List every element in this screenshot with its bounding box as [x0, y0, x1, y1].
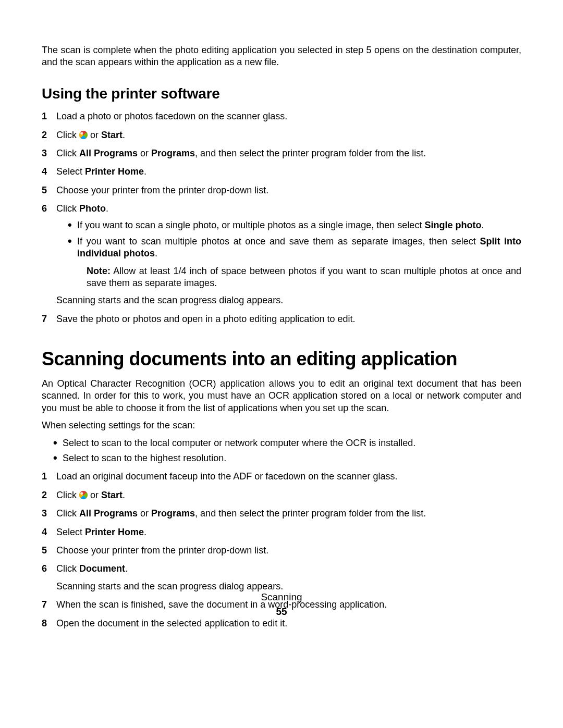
note-text: Allow at least 1/4 inch of space between… — [87, 266, 521, 288]
step-text: Select — [56, 166, 85, 177]
bold-text: Printer Home — [85, 166, 144, 177]
step-text: . — [144, 527, 146, 537]
step-text: , and then select the printer program fo… — [195, 148, 426, 158]
paragraph: When selecting settings for the scan: — [42, 419, 521, 431]
bold-text: All Programs — [79, 508, 138, 519]
step-text: Click — [56, 130, 79, 140]
page-number: 55 — [0, 606, 563, 619]
step-item: Load a photo or photos facedown on the s… — [42, 110, 521, 122]
step-text: or — [88, 130, 101, 140]
step-item: Select Printer Home. — [42, 526, 521, 538]
step-text: . — [123, 130, 125, 140]
page-footer: Scanning 55 — [0, 591, 563, 619]
step-item: Click or Start. — [42, 489, 521, 501]
step-text: Open the document in the selected applic… — [56, 618, 287, 628]
bullet-item: If you want to scan multiple photos at o… — [68, 236, 521, 290]
step-item: Select Printer Home. — [42, 166, 521, 178]
step-item: Click Photo. If you want to scan a singl… — [42, 203, 521, 307]
bold-text: Start — [101, 130, 123, 140]
step-text: Choose your printer from the printer dro… — [56, 185, 268, 195]
bold-text: Printer Home — [85, 527, 144, 537]
bold-text: Document — [79, 563, 125, 574]
step-text: Click — [56, 490, 79, 500]
step-item: Click All Programs or Programs, and then… — [42, 508, 521, 520]
bullet-item: Select to scan to the highest resolution… — [53, 452, 521, 464]
steps-list-1: Load a photo or photos facedown on the s… — [42, 110, 521, 325]
document-page: The scan is complete when the photo edit… — [0, 0, 563, 728]
step-text: Select — [56, 527, 85, 537]
step-item: Click All Programs or Programs, and then… — [42, 147, 521, 159]
step-text: Load a photo or photos facedown on the s… — [56, 111, 287, 121]
bold-text: All Programs — [79, 148, 138, 158]
note-label: Note: — [87, 266, 111, 276]
bold-text: Photo — [79, 203, 106, 214]
windows-start-orb-icon — [79, 491, 88, 499]
bullet-item: If you want to scan a single photo, or m… — [68, 219, 521, 231]
bullet-text: Select to scan to the highest resolution… — [63, 453, 226, 463]
bold-text: Programs — [151, 148, 195, 158]
step-text: Load an original document faceup into th… — [56, 471, 397, 482]
step-text: Click — [56, 508, 79, 519]
note-block: Note: Allow at least 1/4 inch of space b… — [87, 265, 521, 290]
step-item: Save the photo or photos and open in a p… — [42, 313, 521, 325]
bullet-text: If you want to scan multiple photos at o… — [77, 236, 480, 246]
paragraph: An Optical Character Recognition (OCR) a… — [42, 378, 521, 414]
step-text: or — [138, 148, 151, 158]
bullet-text: . — [155, 248, 157, 258]
bullets-list: Select to scan to the local computer or … — [53, 437, 521, 465]
windows-start-orb-icon — [79, 131, 88, 139]
heading-scanning-documents: Scanning documents into an editing appli… — [42, 347, 521, 372]
step-item: Open the document in the selected applic… — [42, 618, 521, 630]
bullet-text: . — [481, 220, 484, 230]
sub-bullets: If you want to scan a single photo, or m… — [68, 219, 521, 290]
step-item: Load an original document faceup into th… — [42, 471, 521, 483]
step-text: Click — [56, 148, 79, 158]
step-item: Choose your printer from the printer dro… — [42, 545, 521, 557]
step-text: Save the photo or photos and open in a p… — [56, 314, 355, 324]
step-text: Choose your printer from the printer dro… — [56, 545, 268, 556]
step-text: or — [88, 490, 101, 500]
step-text: Click — [56, 203, 79, 214]
bullet-item: Select to scan to the local computer or … — [53, 437, 521, 449]
step-item: Choose your printer from the printer dro… — [42, 184, 521, 196]
bold-text: Programs — [151, 508, 195, 519]
intro-paragraph: The scan is complete when the photo edit… — [42, 44, 521, 69]
step-item: Click or Start. — [42, 129, 521, 141]
step-text: , and then select the printer program fo… — [195, 508, 426, 519]
step-item: Click Document. Scanning starts and the … — [42, 563, 521, 593]
bold-text: Single photo — [424, 220, 481, 230]
step-text: . — [123, 490, 125, 500]
bullet-text: If you want to scan a single photo, or m… — [77, 220, 424, 230]
step-text: or — [138, 508, 151, 519]
step-text: . — [106, 203, 108, 214]
step-text: . — [125, 563, 128, 574]
step-followup-text: Scanning starts and the scan progress di… — [56, 294, 521, 306]
subheading-using-printer-software: Using the printer software — [42, 84, 521, 103]
bold-text: Start — [101, 490, 123, 500]
footer-section-label: Scanning — [0, 591, 563, 604]
bullet-text: Select to scan to the local computer or … — [63, 438, 415, 448]
step-text: Click — [56, 563, 79, 574]
step-text: . — [144, 166, 146, 177]
